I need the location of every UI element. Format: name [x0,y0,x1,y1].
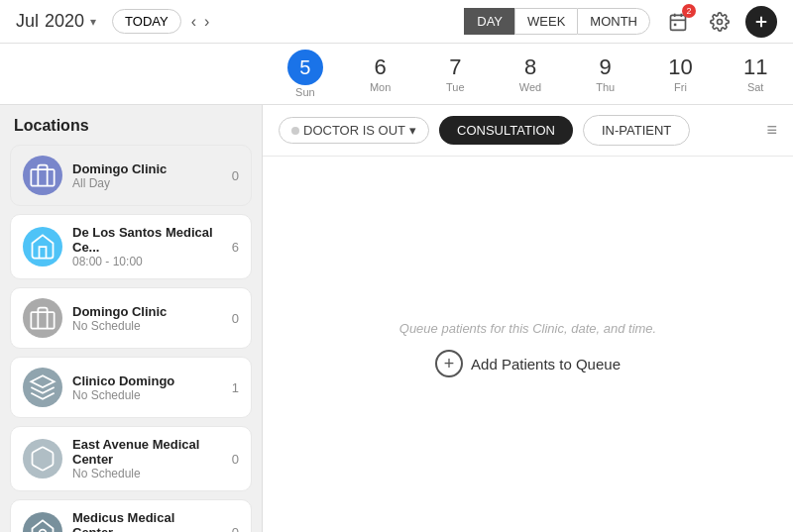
add-patients-button[interactable]: + Add Patients to Queue [435,350,621,377]
day-view-button[interactable]: DAY [464,8,514,35]
add-button[interactable] [745,6,777,38]
day-cell-tue: 7 Tue [417,54,493,93]
header-icons: 2 [662,6,777,38]
month-year-display: Jul 2020 ▾ [16,11,96,32]
day-number-10: 10 [668,54,692,80]
day-name-thu: Thu [568,81,643,93]
location-avatar-1 [23,156,62,195]
location-info-4: Clinico Domingo No Schedule [72,373,213,402]
day-name-fri: Fri [643,81,719,93]
month-view-button[interactable]: MONTH [577,8,650,35]
day-cell-wed: 8 Wed [493,54,568,93]
add-patients-label: Add Patients to Queue [471,356,621,372]
location-sub-1: All Day [72,176,213,190]
next-arrow-button[interactable]: › [200,11,213,33]
doctor-is-out-button[interactable]: DOCTOR IS OUT ▾ [279,117,429,144]
day-cell-fri: 10 Fri [643,54,719,93]
day-number-8: 8 [524,54,536,80]
current-year: 2020 [45,11,84,32]
sidebar: Locations Domingo Clinic All Day 0 D [0,105,263,532]
day-name-sat: Sat [718,81,793,93]
day-number-5: 5 [287,50,323,85]
day-number-11: 11 [743,54,767,80]
prev-arrow-button[interactable]: ‹ [187,11,200,33]
location-name-4: Clinico Domingo [72,373,213,388]
consultation-tab-button[interactable]: CONSULTATION [439,116,573,145]
settings-icon-button[interactable] [704,6,736,38]
day-name-wed: Wed [493,81,568,93]
day-cell-sat: 11 Sat [718,54,793,93]
location-item-clinico[interactable]: Clinico Domingo No Schedule 1 [10,357,252,418]
location-avatar-5 [23,439,62,479]
location-name-2: De Los Santos Medical Ce... [72,225,213,255]
day-name-tue: Tue [417,81,493,93]
inpatient-tab-button[interactable]: IN-PATIENT [583,115,690,146]
location-name-3: Domingo Clinic [72,304,213,319]
location-item-eastavenue[interactable]: East Avenue Medical Center No Schedule 0 [10,426,252,491]
location-item-domingo-allday[interactable]: Domingo Clinic All Day 0 [10,145,252,206]
day-cell-sun: 5 Sun [268,50,343,98]
location-count-5: 0 [223,452,239,467]
view-toggle: DAY WEEK MONTH [464,8,650,35]
doctor-out-chevron-icon: ▾ [409,123,416,138]
month-chevron-icon[interactable]: ▾ [90,15,96,29]
main-layout: Locations Domingo Clinic All Day 0 D [0,105,793,532]
location-count-6: 0 [223,525,239,533]
location-avatar-3 [23,298,62,338]
day-number-6: 6 [374,54,386,80]
menu-icon[interactable]: ≡ [766,120,777,141]
day-name-sun: Sun [268,86,343,98]
day-cell-mon: 6 Mon [343,54,418,93]
svg-point-5 [718,19,723,24]
location-avatar-2 [23,227,62,266]
location-sub-2: 08:00 - 10:00 [72,255,213,268]
content-area: DOCTOR IS OUT ▾ CONSULTATION IN-PATIENT … [263,105,793,532]
content-body: Queue patients for this Clinic, date, an… [263,157,793,532]
location-name-1: Domingo Clinic [72,161,213,176]
location-sub-3: No Schedule [72,319,213,333]
location-info-1: Domingo Clinic All Day [72,161,213,190]
add-circle-icon: + [435,350,463,377]
location-item-domingo-noschedule[interactable]: Domingo Clinic No Schedule 0 [10,287,252,349]
location-item-delossantos[interactable]: De Los Santos Medical Ce... 08:00 - 10:0… [10,214,252,279]
sidebar-title: Locations [10,117,252,135]
location-count-3: 0 [223,311,239,326]
calendar-icon-button[interactable]: 2 [662,6,694,38]
location-sub-4: No Schedule [72,388,213,402]
svg-rect-4 [674,23,677,26]
svg-rect-0 [671,15,686,30]
week-view-button[interactable]: WEEK [514,8,577,35]
svg-rect-9 [31,312,54,328]
location-avatar-6 [23,512,62,532]
today-button[interactable]: TODAY [112,9,181,34]
day-name-mon: Mon [343,81,418,93]
location-count-1: 0 [223,168,239,183]
svg-rect-8 [31,169,54,185]
location-count-2: 6 [223,240,239,255]
notification-badge: 2 [682,4,696,18]
location-info-6: Medicus Medical Center No Schedule [72,510,213,532]
day-number-9: 9 [600,54,612,80]
location-item-medicus[interactable]: Medicus Medical Center No Schedule 0 [10,499,252,532]
location-avatar-4 [23,368,62,407]
location-info-3: Domingo Clinic No Schedule [72,304,213,333]
doctor-status-dot [291,127,299,135]
location-name-6: Medicus Medical Center [72,510,213,532]
location-count-4: 1 [223,380,239,395]
location-sub-5: No Schedule [72,467,213,480]
content-toolbar: DOCTOR IS OUT ▾ CONSULTATION IN-PATIENT … [263,105,793,157]
app-header: Jul 2020 ▾ TODAY ‹ › DAY WEEK MONTH 2 [0,0,793,44]
day-row: 5 Sun 6 Mon 7 Tue 8 Wed 9 Thu 10 Fri 11 … [0,44,793,105]
day-cell-thu: 9 Thu [568,54,643,93]
current-month: Jul [16,11,39,32]
location-info-5: East Avenue Medical Center No Schedule [72,437,213,480]
location-info-2: De Los Santos Medical Ce... 08:00 - 10:0… [72,225,213,268]
day-number-7: 7 [449,54,461,80]
doctor-out-label: DOCTOR IS OUT [303,123,405,138]
queue-hint-text: Queue patients for this Clinic, date, an… [399,321,656,336]
location-name-5: East Avenue Medical Center [72,437,213,467]
